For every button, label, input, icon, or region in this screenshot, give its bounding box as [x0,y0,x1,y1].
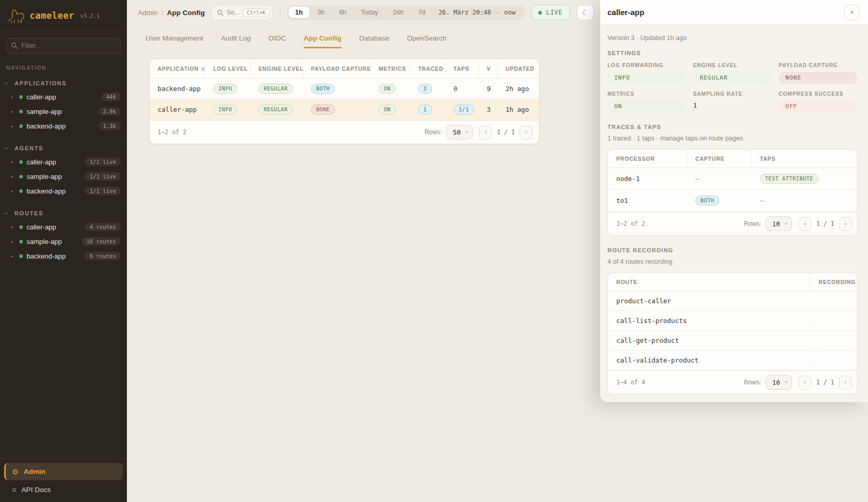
column-updated: UPDATED [498,59,539,78]
log-forwarding-value: INFO [607,72,686,84]
sidebar-item-admin[interactable]: ⚙ Admin [4,463,123,480]
caret-down-icon: ▾ [5,211,10,216]
app-name: caller-app [150,100,205,119]
column-recording: RECORDING [810,273,857,291]
prev-page-button[interactable]: ‹ [798,376,811,390]
live-badge: 1/1 live [85,158,121,166]
caret-down-icon: ▾ [5,81,10,86]
theme-toggle-button[interactable]: ☾ [577,5,594,20]
prev-page-button[interactable]: ‹ [798,217,811,231]
column-processor: PROCESSOR [608,150,687,168]
sidebar-item-sample-app[interactable]: ▸ sample-app 2.0k [0,104,127,119]
section-header-applications[interactable]: ▾ APPLICATIONS [0,76,127,89]
table-pagination: 1–2 of 2 Rows: 50 ▾ ‹ 1 / 1 › [150,120,539,144]
engine-level-badge: REGULAR [258,84,293,94]
traced-badge: 3 [418,84,432,94]
sidebar-item-caller-app-agent[interactable]: ▸ caller-app 1/1 live [0,155,127,169]
rows-per-page-select[interactable]: 10 ▾ [766,216,793,231]
breadcrumb-admin[interactable]: Admin [138,9,158,17]
tab-database[interactable]: Database [359,34,390,48]
caller-app-detail-drawer: caller-app × Version 3 · Updated 1h ago … [600,0,868,402]
time-range-today[interactable]: Today [354,7,385,18]
sort-icon: ⇅ [201,67,205,72]
search-shortcut: Ctrl+K [243,8,269,17]
global-search[interactable]: Se... Ctrl+K [212,5,273,20]
caret-right-icon: ▸ [11,174,16,179]
field-log-forwarding: LOG FORWARDING INFO [607,62,686,84]
brand-name: cameleer [30,10,74,21]
live-badge: 1/1 live [85,172,121,181]
time-range-24h[interactable]: 24h [386,7,410,18]
count-badge: 446 [101,93,121,101]
caret-right-icon: ▸ [11,109,16,114]
sidebar-item-api-docs[interactable]: ≡ API Docs [4,480,123,497]
rows-per-page-label: Rows: [744,379,761,386]
trace-row-node-1[interactable]: node-1 — TEST ATTRIBUTE [608,168,857,190]
live-button[interactable]: LIVE [531,5,570,20]
sidebar-item-caller-app[interactable]: ▸ caller-app 446 [0,89,127,104]
table-row-caller-app[interactable]: caller-app INFO REGULAR NONE ON 1 1/1 3 … [150,99,539,120]
status-dot [19,240,23,243]
status-dot [19,160,23,164]
status-dot [19,124,23,128]
payload-capture-badge: BOTH [311,84,335,94]
sidebar-item-backend-app[interactable]: ▸ backend-app 1.3k [0,119,127,133]
time-range-1h[interactable]: 1h [289,7,310,18]
time-range-6h[interactable]: 6h [332,7,353,18]
payload-capture-value: NONE [779,72,858,84]
updated-value: 2h ago [498,80,539,98]
app-name: backend-app [150,80,205,98]
next-page-button[interactable]: › [839,376,852,390]
compress-success-value: OFF [779,100,858,112]
nav-section-label: NAVIGATION [0,57,127,73]
metrics-value: ON [607,100,686,112]
sidebar-item-backend-app-agent[interactable]: ▸ backend-app 1/1 live [0,184,127,198]
section-routes: ▾ ROUTES ▸ caller-app 4 routes ▸ sample-… [0,202,127,267]
tab-app-config[interactable]: App Config [304,34,342,48]
tab-opensearch[interactable]: OpenSearch [407,34,446,48]
next-page-button[interactable]: › [520,125,533,139]
caret-right-icon: ▸ [11,254,16,259]
traced-badge: 1 [418,105,432,114]
route-recording-heading: ROUTE RECORDING [607,247,858,253]
tab-oidc[interactable]: OIDC [268,34,286,48]
caret-right-icon: ▸ [11,189,16,194]
caret-right-icon: ▸ [11,95,16,99]
sidebar-item-backend-app-routes[interactable]: ▸ backend-app 6 routes [0,249,127,263]
row-range-label: 1–4 of 4 [616,379,744,386]
settings-grid: LOG FORWARDING INFO ENGINE LEVEL REGULAR… [607,62,858,112]
chevron-right-icon: › [845,379,847,386]
tab-audit-log[interactable]: Audit Log [221,34,251,48]
time-range-3h[interactable]: 3h [310,7,331,18]
filter-input[interactable] [6,38,121,54]
next-page-button[interactable]: › [839,217,852,231]
table-row-backend-app[interactable]: backend-app INFO REGULAR BOTH ON 3 0 9 2… [150,79,539,99]
close-icon: × [850,8,854,16]
routes-badge: 6 routes [85,252,121,260]
taps-value: — [752,191,857,210]
tab-user-management[interactable]: User Management [146,34,203,48]
column-route: ROUTE [608,273,810,291]
dropdown-caret-icon: ▾ [466,130,468,134]
field-payload-capture: PAYLOAD CAPTURE NONE [779,62,858,84]
brand-version: v3.2.1 [80,12,100,19]
sidebar-item-sample-app-agent[interactable]: ▸ sample-app 1/1 live [0,169,127,184]
section-header-routes[interactable]: ▾ ROUTES [0,206,127,220]
section-applications: ▾ APPLICATIONS ▸ caller-app 446 ▸ sample… [0,73,127,137]
status-dot [19,225,23,229]
section-header-agents[interactable]: ▾ AGENTS [0,141,127,155]
prev-page-button[interactable]: ‹ [479,125,492,139]
column-application[interactable]: APPLICATION⇅ [150,59,205,78]
sidebar-item-caller-app-routes[interactable]: ▸ caller-app 4 routes [0,220,127,234]
time-range-7d[interactable]: 7d [411,7,432,18]
close-button[interactable]: × [844,5,860,20]
date-range[interactable]: 26. März 20:48 – now [433,9,523,16]
processor-name: to1 [608,191,687,210]
sidebar-item-sample-app-routes[interactable]: ▸ sample-app 16 routes [0,234,127,249]
rows-per-page-select[interactable]: 50 ▾ [446,125,473,139]
trace-row-to1[interactable]: to1 BOTH — [608,190,857,212]
status-dot [19,189,23,193]
traces-taps-subtext: 1 traced · 1 taps · manage taps on route… [607,135,858,142]
routes-badge: 16 routes [82,237,121,246]
rows-per-page-select[interactable]: 10 ▾ [766,375,793,390]
